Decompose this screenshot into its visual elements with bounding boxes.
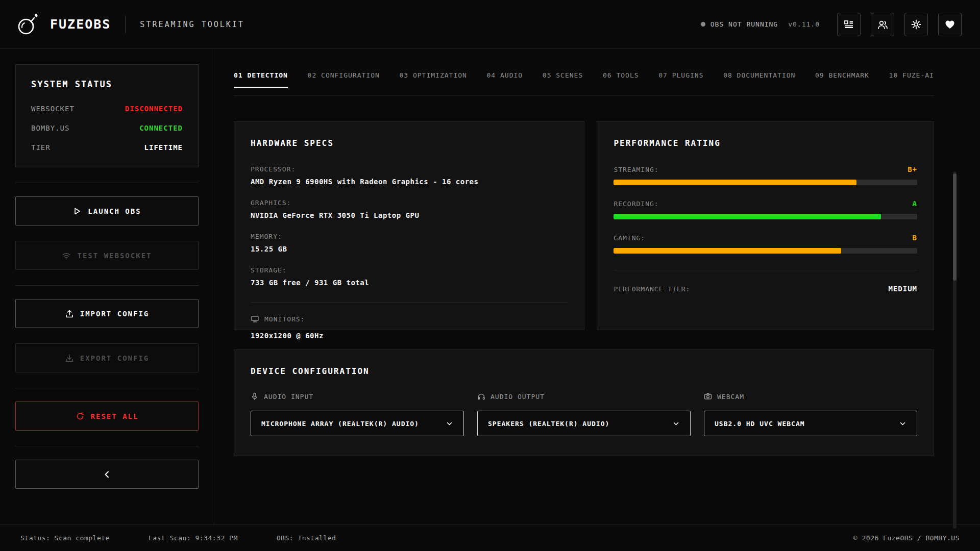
tab-content-divider — [234, 95, 934, 96]
card-divider — [251, 302, 568, 303]
export-config-label: EXPORT CONFIG — [80, 354, 150, 362]
test-websocket-button[interactable]: TEST WEBSOCKET — [15, 241, 199, 270]
rating-bar-track — [614, 180, 917, 185]
rating-bar-fill — [614, 248, 841, 254]
vertical-scrollbar[interactable] — [953, 171, 957, 529]
app-title: FUZEOBS — [50, 17, 111, 32]
tab-tools[interactable]: 06 TOOLS — [603, 71, 639, 80]
reset-all-button[interactable]: RESET ALL — [15, 402, 199, 431]
sidebar-divider — [15, 446, 199, 446]
status-value: DISCONNECTED — [125, 105, 183, 113]
microphone-icon — [251, 392, 259, 400]
launch-obs-label: LAUNCH OBS — [88, 207, 141, 215]
audio-input-value: MICROPHONE ARRAY (REALTEK(R) AUDIO) — [261, 420, 419, 428]
status-label: TIER — [31, 143, 51, 152]
import-config-button[interactable]: IMPORT CONFIG — [15, 299, 199, 328]
tab-audio[interactable]: 04 AUDIO — [487, 71, 523, 80]
spec-processor: PROCESSOR: AMD Ryzen 9 6900HS with Radeo… — [251, 165, 568, 186]
tab-detection[interactable]: 01 DETECTION — [234, 71, 288, 80]
tab-documentation[interactable]: 08 DOCUMENTATION — [723, 71, 795, 80]
main-content: 01 DETECTION 02 CONFIGURATION 03 OPTIMIZ… — [214, 49, 980, 524]
spec-memory: MEMORY: 15.25 GB — [251, 233, 568, 253]
layout-button[interactable] — [837, 13, 861, 36]
app-header: FUZEOBS STREAMING TOOLKIT OBS NOT RUNNIN… — [0, 0, 980, 49]
footer-obs-installed: OBS: Installed — [277, 534, 336, 542]
system-status-title: SYSTEM STATUS — [31, 79, 183, 89]
rating-grade: B+ — [908, 165, 917, 173]
tab-scenes[interactable]: 05 SCENES — [543, 71, 583, 80]
scrollbar-thumb[interactable] — [953, 173, 957, 281]
reset-icon — [76, 412, 85, 421]
tab-configuration[interactable]: 02 CONFIGURATION — [308, 71, 380, 80]
rating-grade: A — [913, 199, 917, 208]
collapse-sidebar-button[interactable] — [15, 460, 199, 489]
heart-icon — [944, 19, 955, 30]
sidebar-divider — [15, 183, 199, 183]
rating-bar-fill — [614, 214, 880, 219]
test-websocket-label: TEST WEBSOCKET — [77, 252, 152, 260]
webcam-select[interactable]: USB2.0 HD UVC WEBCAM — [704, 411, 917, 436]
spec-value: NVIDIA GeForce RTX 3050 Ti Laptop GPU — [251, 211, 568, 219]
monitor-icon — [251, 315, 259, 323]
status-value: LIFETIME — [144, 143, 183, 152]
monitors-value: 1920x1200 @ 60Hz — [251, 332, 568, 340]
chevron-down-icon — [672, 420, 680, 428]
status-label: BOMBY.US — [31, 124, 69, 132]
favorites-button[interactable] — [938, 13, 962, 36]
audio-output-select[interactable]: SPEAKERS (REALTEK(R) AUDIO) — [477, 411, 691, 436]
footer-copyright: © 2026 FuzeOBS / BOMBY.US — [853, 534, 960, 542]
performance-rating-card: PERFORMANCE RATING STREAMING: B+ RECORDI… — [597, 121, 934, 330]
status-row-websocket: WEBSOCKET DISCONNECTED — [31, 105, 183, 113]
rating-recording: RECORDING: A — [614, 199, 917, 219]
reset-all-label: RESET ALL — [91, 412, 139, 420]
spec-storage: STORAGE: 733 GB free / 931 GB total — [251, 266, 568, 287]
rating-bar-track — [614, 214, 917, 219]
tab-plugins[interactable]: 07 PLUGINS — [658, 71, 703, 80]
export-config-button[interactable]: EXPORT CONFIG — [15, 343, 199, 372]
tab-fuze-ai[interactable]: 10 FUZE-AI — [889, 71, 934, 80]
launch-obs-button[interactable]: LAUNCH OBS — [15, 196, 199, 226]
monitors-label: MONITORS: — [264, 315, 305, 323]
tab-bar: 01 DETECTION 02 CONFIGURATION 03 OPTIMIZ… — [234, 71, 934, 88]
performance-rating-title: PERFORMANCE RATING — [614, 138, 917, 148]
accounts-button[interactable] — [871, 13, 894, 36]
audio-input-select[interactable]: MICROPHONE ARRAY (REALTEK(R) AUDIO) — [251, 411, 464, 436]
app-subtitle: STREAMING TOOLKIT — [140, 20, 244, 29]
monitors-row: MONITORS: — [251, 315, 568, 323]
spec-label: PROCESSOR: — [251, 165, 568, 173]
spec-graphics: GRAPHICS: NVIDIA GeForce RTX 3050 Ti Lap… — [251, 199, 568, 219]
spec-label: STORAGE: — [251, 266, 568, 274]
webcam-field: WEBCAM USB2.0 HD UVC WEBCAM — [704, 392, 917, 436]
rating-label: STREAMING: — [614, 166, 658, 173]
tab-benchmark[interactable]: 09 BENCHMARK — [815, 71, 869, 80]
performance-tier-row: PERFORMANCE TIER: MEDIUM — [614, 270, 917, 293]
tab-optimization[interactable]: 03 OPTIMIZATION — [399, 71, 467, 80]
bomb-logo-icon — [15, 12, 40, 37]
audio-output-label: AUDIO OUTPUT — [491, 393, 545, 400]
hardware-specs-card: HARDWARE SPECS PROCESSOR: AMD Ryzen 9 69… — [234, 121, 584, 330]
status-value: CONNECTED — [139, 124, 183, 132]
sidebar-divider — [15, 285, 199, 286]
hardware-specs-title: HARDWARE SPECS — [251, 138, 568, 148]
audio-output-value: SPEAKERS (REALTEK(R) AUDIO) — [488, 420, 609, 428]
rating-grade: B — [913, 234, 917, 242]
chevron-down-icon — [899, 420, 906, 428]
play-icon — [72, 207, 82, 216]
settings-button[interactable] — [904, 13, 928, 36]
status-label: WEBSOCKET — [31, 105, 75, 113]
obs-status-text: OBS NOT RUNNING — [710, 20, 778, 28]
footer-last-scan: Last Scan: 9:34:32 PM — [149, 534, 238, 542]
audio-input-label: AUDIO INPUT — [264, 393, 313, 400]
rating-label: RECORDING: — [614, 200, 658, 208]
spec-label: GRAPHICS: — [251, 199, 568, 207]
spec-value: 15.25 GB — [251, 245, 568, 253]
performance-tier-value: MEDIUM — [888, 285, 917, 293]
header-divider — [125, 16, 126, 33]
rating-streaming: STREAMING: B+ — [614, 165, 917, 185]
headphones-icon — [477, 392, 485, 400]
status-dot-icon — [701, 22, 705, 27]
wifi-icon — [62, 251, 71, 260]
camera-icon — [704, 392, 712, 400]
webcam-label: WEBCAM — [717, 393, 744, 400]
chevron-left-icon — [103, 470, 112, 479]
